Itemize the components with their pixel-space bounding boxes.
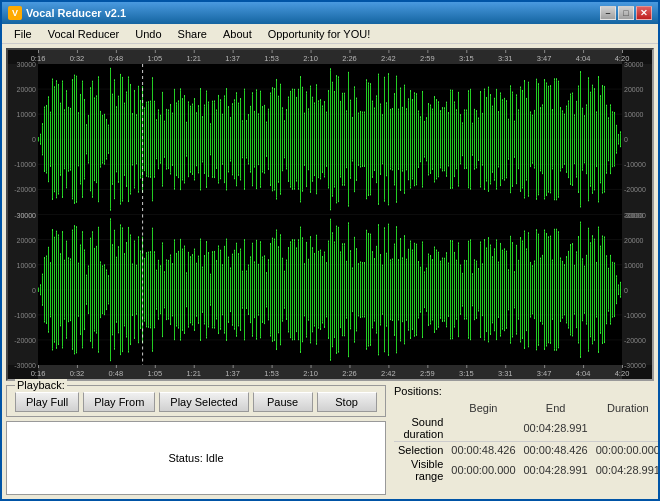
bottom-section: Playback: Play Full Play From Play Selec… <box>6 385 654 495</box>
col-begin: Begin <box>447 401 519 415</box>
stop-button[interactable]: Stop <box>317 392 377 412</box>
sound-duration-row: Sound duration 00:04:28.991 <box>394 415 658 442</box>
maximize-button[interactable]: □ <box>618 6 634 20</box>
menu-opportunity[interactable]: Opportunity for YOU! <box>260 27 379 41</box>
selection-duration: 00:00:00.000 <box>592 442 658 458</box>
title-bar: V Vocal Reducer v2.1 – □ ✕ <box>2 2 658 24</box>
app-icon: V <box>8 6 22 20</box>
selection-end: 00:00:48.426 <box>520 442 592 458</box>
menu-vocal-reducer[interactable]: Vocal Reducer <box>40 27 128 41</box>
menu-bar: File Vocal Reducer Undo Share About Oppo… <box>2 24 658 44</box>
positions-table: Begin End Duration Sound duration 00:04:… <box>394 401 658 483</box>
title-bar-left: V Vocal Reducer v2.1 <box>8 6 126 20</box>
sound-duration-label: Sound duration <box>394 415 447 442</box>
window-controls: – □ ✕ <box>600 6 652 20</box>
pause-button[interactable]: Pause <box>253 392 313 412</box>
play-selected-button[interactable]: Play Selected <box>159 392 248 412</box>
menu-undo[interactable]: Undo <box>127 27 169 41</box>
menu-about[interactable]: About <box>215 27 260 41</box>
positions-label: Positions: <box>394 385 654 397</box>
waveform-canvas[interactable] <box>8 50 652 379</box>
play-full-button[interactable]: Play Full <box>15 392 79 412</box>
play-from-button[interactable]: Play From <box>83 392 155 412</box>
menu-share[interactable]: Share <box>170 27 215 41</box>
menu-file[interactable]: File <box>6 27 40 41</box>
selection-begin: 00:00:48.426 <box>447 442 519 458</box>
table-row: Selection 00:00:48.426 00:00:48.426 00:0… <box>394 442 658 458</box>
window-title: Vocal Reducer v2.1 <box>26 7 126 19</box>
playback-group: Playback: Play Full Play From Play Selec… <box>6 385 386 417</box>
status-text: Status: Idle <box>168 452 223 464</box>
sound-duration-value: 00:04:28.991 <box>447 415 658 442</box>
visible-range-duration: 00:04:28.991 <box>592 457 658 483</box>
left-bottom: Playback: Play Full Play From Play Selec… <box>6 385 386 495</box>
positions-panel: Positions: Begin End Duration Sound dura… <box>394 385 654 495</box>
waveform-container[interactable] <box>6 48 654 381</box>
playback-buttons: Play Full Play From Play Selected Pause … <box>15 392 377 412</box>
table-row: Visible range 00:00:00.000 00:04:28.991 … <box>394 457 658 483</box>
minimize-button[interactable]: – <box>600 6 616 20</box>
status-box: Status: Idle <box>6 421 386 495</box>
visible-range-label: Visible range <box>394 457 447 483</box>
selection-label: Selection <box>394 442 447 458</box>
close-button[interactable]: ✕ <box>636 6 652 20</box>
visible-range-begin: 00:00:00.000 <box>447 457 519 483</box>
main-window: V Vocal Reducer v2.1 – □ ✕ File Vocal Re… <box>0 0 660 501</box>
main-content: Playback: Play Full Play From Play Selec… <box>2 44 658 499</box>
visible-range-end: 00:04:28.991 <box>520 457 592 483</box>
col-end: End <box>520 401 592 415</box>
playback-label: Playback: <box>15 379 67 391</box>
col-duration: Duration <box>592 401 658 415</box>
